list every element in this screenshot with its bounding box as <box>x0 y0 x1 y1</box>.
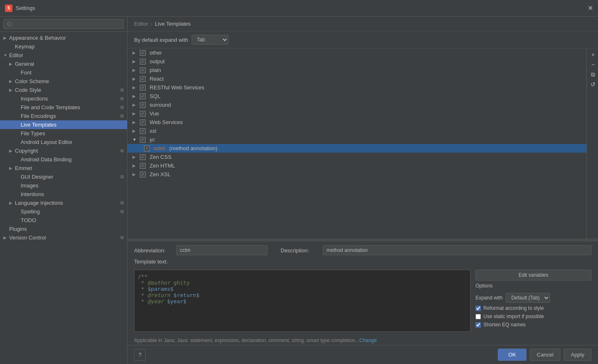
group-arrow-icon: ▶ <box>132 111 137 116</box>
list-item[interactable]: ▶ xsl <box>127 127 586 135</box>
sidebar-item-emmet[interactable]: ▶ Emmet <box>0 164 127 172</box>
sidebar-item-label: Color Scheme <box>15 78 124 84</box>
copy-icon: ⧉ <box>120 200 124 206</box>
sidebar-item-keymap[interactable]: Keymap <box>0 42 127 51</box>
sidebar-item-images[interactable]: Images <box>0 181 127 190</box>
group-name: plain <box>148 67 161 73</box>
group-checkbox[interactable] <box>140 137 146 143</box>
close-button[interactable]: ✕ <box>588 4 593 12</box>
list-item[interactable]: ▶ SQL <box>127 92 586 101</box>
title-bar-left: S Settings <box>5 5 35 12</box>
remove-button[interactable]: − <box>588 60 598 69</box>
sidebar-item-label: Appearance & Behavior <box>9 35 124 41</box>
sidebar-item-gui-designer[interactable]: GUI Designer ⧉ <box>0 172 127 181</box>
sidebar-item-plugins[interactable]: Plugins <box>0 225 127 233</box>
group-arrow-icon: ▶ <box>132 77 137 81</box>
reset-button[interactable]: ↺ <box>588 80 598 89</box>
group-checkbox[interactable] <box>140 172 146 177</box>
breadcrumb: Editor › Live Templates <box>127 17 598 31</box>
ok-button[interactable]: OK <box>498 349 526 361</box>
apply-button[interactable]: Apply <box>564 349 591 361</box>
list-item[interactable]: ▶ Web Services <box>127 118 586 127</box>
copy-icon: ⧉ <box>120 87 124 93</box>
sidebar-item-file-types[interactable]: File Types <box>0 129 127 138</box>
sidebar-item-appearance-behavior[interactable]: ▶ Appearance & Behavior <box>0 34 127 42</box>
sidebar-item-inspections[interactable]: Inspections ⧉ <box>0 94 127 103</box>
list-item[interactable]: ▶ Vue <box>127 109 586 118</box>
options-title: Options <box>476 283 591 289</box>
sidebar-item-android-layout-editor[interactable]: Android Layout Editor <box>0 138 127 146</box>
list-item[interactable]: ▶ Zen HTML <box>127 161 586 170</box>
group-checkbox[interactable] <box>140 93 146 99</box>
list-item[interactable]: ▶ surround <box>127 101 586 109</box>
sidebar-item-label: File and Code Templates <box>21 104 119 110</box>
arrow-icon: ▶ <box>9 166 15 170</box>
app-icon: S <box>5 5 12 12</box>
description-input[interactable] <box>323 245 591 255</box>
sidebar-item-intentions[interactable]: Intentions <box>0 190 127 199</box>
sidebar-item-file-encodings[interactable]: File Encodings ⧉ <box>0 112 127 120</box>
group-checkbox[interactable] <box>140 50 146 56</box>
copy-button[interactable]: ⧉ <box>588 70 598 79</box>
template-list-container: ▶ other ▶ output ▶ plain <box>127 48 598 239</box>
group-checkbox[interactable] <box>140 59 146 65</box>
expand-with-dropdown[interactable]: Tab Enter Space <box>192 35 228 45</box>
group-checkbox[interactable] <box>140 76 146 82</box>
group-checkbox[interactable] <box>140 111 146 117</box>
sidebar-item-label: Spelling <box>21 208 119 215</box>
abbreviation-label: Abbreviation: <box>134 247 171 254</box>
group-arrow-icon: ▶ <box>132 103 137 107</box>
template-text-area[interactable]: /** * @author ghity * $params$ * @return… <box>134 270 471 332</box>
group-checkbox[interactable] <box>140 85 146 91</box>
sidebar-item-spelling[interactable]: Spelling ⧉ <box>0 207 127 216</box>
list-item[interactable]: ▶ Zen CSS <box>127 153 586 161</box>
list-item[interactable]: ▶ Zen XSL <box>127 170 586 179</box>
sidebar-item-copyright[interactable]: ▶ Copyright ⧉ <box>0 146 127 155</box>
sidebar-item-label: Version Control <box>9 235 119 241</box>
reformat-checkbox[interactable] <box>476 306 481 311</box>
group-checkbox[interactable] <box>140 102 146 108</box>
sidebar-item-file-code-templates[interactable]: File and Code Templates ⧉ <box>0 103 127 112</box>
list-actions: + − ⧉ ↺ <box>586 48 598 239</box>
group-checkbox[interactable] <box>140 120 146 125</box>
group-checkbox[interactable] <box>140 154 146 160</box>
sidebar-item-label: Code Style <box>15 87 119 93</box>
copy-icon: ⧉ <box>120 113 124 119</box>
shorten-eq-checkbox[interactable] <box>476 322 481 328</box>
list-item[interactable]: ▼ yc <box>127 135 586 144</box>
sidebar-item-android-data-binding[interactable]: Android Data Binding <box>0 155 127 164</box>
help-button[interactable]: ? <box>134 349 146 361</box>
sidebar-item-editor[interactable]: ▼ Editor <box>0 51 127 60</box>
sidebar-item-language-injections[interactable]: ▶ Language Injections ⧉ <box>0 199 127 207</box>
list-item[interactable]: cctm (method annotation) <box>127 144 586 153</box>
edit-variables-button[interactable]: Edit variables <box>476 270 591 280</box>
sidebar-item-code-style[interactable]: ▶ Code Style ⧉ <box>0 86 127 94</box>
group-checkbox[interactable] <box>140 163 146 169</box>
list-item[interactable]: ▶ output <box>127 57 586 66</box>
expand-with-select[interactable]: Default (Tab) Tab Enter Space <box>506 293 550 303</box>
sidebar-item-todo[interactable]: TODO <box>0 216 127 225</box>
sidebar-item-color-scheme[interactable]: ▶ Color Scheme <box>0 77 127 86</box>
group-arrow-icon: ▶ <box>132 68 137 72</box>
static-import-label: Use static import if possible <box>483 314 544 319</box>
cancel-button[interactable]: Cancel <box>530 349 560 361</box>
list-item[interactable]: ▶ other <box>127 48 586 57</box>
static-import-checkbox[interactable] <box>476 314 481 319</box>
sidebar-item-live-templates[interactable]: Live Templates <box>0 120 127 129</box>
arrow-icon: ▼ <box>3 53 9 57</box>
sidebar-item-font[interactable]: Font <box>0 68 127 77</box>
arrow-icon: ▶ <box>9 88 15 92</box>
sidebar-item-label: Emmet <box>15 165 124 171</box>
list-item[interactable]: ▶ React <box>127 74 586 83</box>
group-checkbox[interactable] <box>140 67 146 73</box>
add-button[interactable]: + <box>588 50 598 59</box>
search-input[interactable] <box>3 19 124 29</box>
item-checkbox[interactable] <box>144 146 150 151</box>
list-item[interactable]: ▶ plain <box>127 66 586 74</box>
list-item[interactable]: ▶ RESTful Web Services <box>127 83 586 92</box>
abbreviation-input[interactable] <box>176 245 267 255</box>
group-checkbox[interactable] <box>140 128 146 134</box>
sidebar-item-version-control[interactable]: ▶ Version Control ⧉ <box>0 233 127 242</box>
change-link[interactable]: Change <box>359 338 377 343</box>
sidebar-item-general[interactable]: ▶ General <box>0 60 127 68</box>
